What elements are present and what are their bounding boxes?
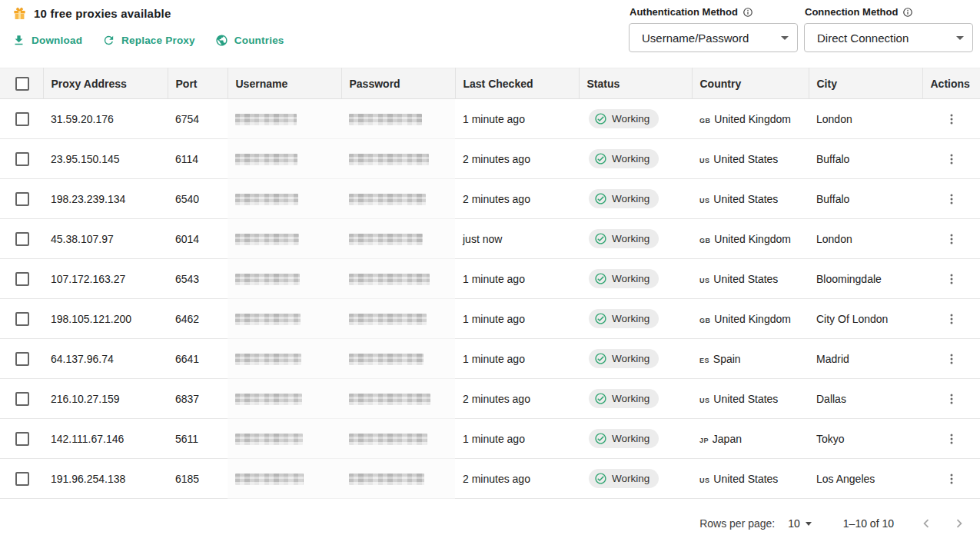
country-name: United States: [713, 193, 778, 205]
table-body: 31.59.20.176 6754 1 minute ago Working G…: [0, 99, 980, 499]
row-actions-button[interactable]: [942, 349, 962, 369]
status-badge: Working: [589, 389, 659, 408]
row-checkbox[interactable]: [15, 232, 29, 246]
row-actions-button[interactable]: [942, 149, 962, 169]
row-checkbox[interactable]: [15, 192, 29, 206]
connection-method-label: Connection Method: [805, 6, 898, 18]
column-header-actions: Actions: [922, 68, 980, 99]
proxy-address-cell: 216.10.27.159: [43, 379, 168, 419]
row-checkbox[interactable]: [15, 312, 29, 326]
status-label: Working: [612, 433, 649, 444]
select-all-checkbox[interactable]: [15, 77, 29, 91]
port-cell: 6014: [168, 219, 228, 259]
replace-proxy-label: Replace Proxy: [121, 35, 195, 46]
status-label: Working: [612, 193, 649, 204]
proxy-address-cell: 64.137.96.74: [43, 339, 168, 379]
redacted-password: [349, 474, 424, 485]
rows-per-page-value: 10: [788, 517, 800, 530]
status-badge: Working: [589, 269, 659, 288]
table-row: 198.105.121.200 6462 1 minute ago Workin…: [0, 299, 980, 339]
table-row: 198.23.239.134 6540 2 minutes ago Workin…: [0, 179, 980, 219]
more-vert-icon: [945, 432, 958, 446]
authentication-method-select[interactable]: Username/Password: [629, 23, 798, 52]
country-name: United States: [713, 473, 778, 485]
redacted-password: [349, 394, 430, 405]
redacted-password: [349, 194, 426, 205]
country-name: United States: [713, 393, 778, 405]
redacted-username: [235, 314, 301, 325]
status-badge: Working: [589, 189, 659, 208]
proxy-address-cell: 142.111.67.146: [43, 419, 168, 459]
last-checked-cell: 2 minutes ago: [455, 459, 579, 499]
proxy-table: Proxy Address Port Username Password Las…: [0, 68, 980, 499]
last-checked-cell: 1 minute ago: [455, 259, 579, 299]
proxy-address-cell: 107.172.163.27: [43, 259, 168, 299]
connection-method-select[interactable]: Direct Connection: [804, 23, 973, 52]
country-name: United Kingdom: [714, 313, 791, 325]
status-badge: Working: [589, 149, 659, 168]
replace-proxy-button[interactable]: Replace Proxy: [102, 34, 195, 47]
pagination-range: 1–10 of 10: [843, 517, 894, 530]
download-button[interactable]: Download: [12, 34, 82, 47]
port-cell: 6754: [168, 99, 228, 139]
row-actions-button[interactable]: [942, 189, 962, 209]
status-label: Working: [612, 473, 649, 484]
country-flag-code: GB: [699, 317, 710, 324]
countries-label: Countries: [234, 35, 284, 46]
check-circle-icon: [594, 112, 607, 125]
info-icon[interactable]: [902, 7, 913, 18]
check-circle-icon: [594, 272, 607, 285]
port-cell: 6114: [168, 139, 228, 179]
country-cell: USUnited States: [692, 379, 809, 419]
redacted-password: [349, 274, 430, 285]
column-header-port: Port: [168, 68, 228, 99]
column-header-city: City: [809, 68, 922, 99]
row-actions-button[interactable]: [942, 229, 962, 249]
country-name: United Kingdom: [714, 233, 791, 245]
more-vert-icon: [945, 352, 958, 366]
row-actions-button[interactable]: [942, 309, 962, 329]
info-icon[interactable]: [742, 7, 753, 18]
country-flag-code: US: [699, 477, 709, 484]
rows-per-page-select[interactable]: 10: [788, 517, 812, 530]
port-cell: 6185: [168, 459, 228, 499]
previous-page-button[interactable]: [916, 513, 936, 533]
row-checkbox[interactable]: [15, 112, 29, 126]
row-checkbox[interactable]: [15, 352, 29, 366]
row-actions-button[interactable]: [942, 389, 962, 409]
status-label: Working: [612, 153, 649, 164]
more-vert-icon: [945, 232, 958, 246]
check-circle-icon: [594, 392, 607, 405]
row-actions-button[interactable]: [942, 269, 962, 289]
city-cell: London: [809, 219, 922, 259]
chevron-right-icon: [951, 515, 968, 532]
redacted-username: [235, 154, 297, 165]
row-checkbox[interactable]: [15, 152, 29, 166]
more-vert-icon: [945, 192, 958, 206]
page-title: 10 free proxies available: [34, 7, 171, 20]
toolbar: Download Replace Proxy Countries: [12, 34, 284, 47]
next-page-button[interactable]: [949, 513, 969, 533]
status-badge: Working: [589, 109, 659, 128]
last-checked-cell: 2 minutes ago: [455, 379, 579, 419]
country-name: Japan: [713, 433, 742, 445]
row-checkbox[interactable]: [15, 272, 29, 286]
table-row: 45.38.107.97 6014 just now Working GBUni…: [0, 219, 980, 259]
port-cell: 5611: [168, 419, 228, 459]
countries-button[interactable]: Countries: [215, 34, 284, 47]
status-badge: Working: [589, 229, 659, 248]
row-actions-button[interactable]: [942, 429, 962, 449]
row-actions-button[interactable]: [942, 109, 962, 129]
status-badge: Working: [589, 309, 659, 328]
redacted-username: [235, 114, 297, 125]
row-checkbox[interactable]: [15, 472, 29, 486]
proxy-address-cell: 31.59.20.176: [43, 99, 168, 139]
table-row: 64.137.96.74 6641 1 minute ago Working E…: [0, 339, 980, 379]
row-actions-button[interactable]: [942, 469, 962, 489]
country-flag-code: US: [699, 197, 709, 204]
row-checkbox[interactable]: [15, 432, 29, 446]
dropdown-caret-icon: [806, 522, 812, 526]
connection-method-value: Direct Connection: [817, 32, 909, 45]
status-label: Working: [612, 393, 649, 404]
row-checkbox[interactable]: [15, 392, 29, 406]
